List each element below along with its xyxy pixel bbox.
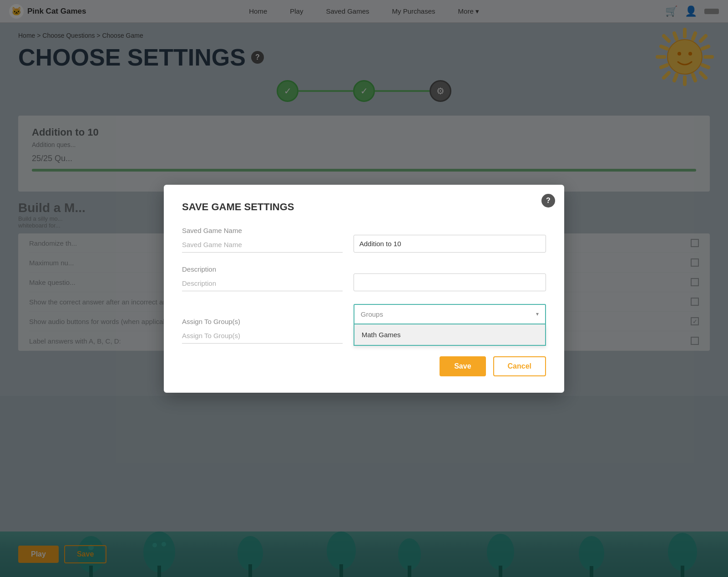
saved-game-name-input[interactable] — [182, 237, 343, 253]
assign-groups-input-left[interactable] — [182, 328, 343, 344]
modal-footer: Save Cancel — [182, 356, 546, 376]
form-col-name-label: Saved Game Name — [182, 227, 343, 253]
save-settings-modal: SAVE GAME SETTINGS ? Saved Game Name Des… — [164, 185, 564, 393]
saved-game-name-label: Saved Game Name — [182, 227, 343, 234]
description-label: Description — [182, 265, 343, 273]
groups-dropdown-trigger[interactable]: Groups ▾ — [354, 304, 546, 324]
form-col-desc-label: Description — [182, 265, 343, 291]
form-col-groups-dropdown: Groups ▾ Math Games Students ▾ — [354, 304, 546, 344]
saved-game-name-value-input[interactable] — [354, 235, 546, 253]
form-row-groups: Assign To Group(s) Groups ▾ Math Games S… — [182, 304, 546, 344]
form-row-name: Saved Game Name — [182, 227, 546, 253]
groups-option-math-games[interactable]: Math Games — [354, 324, 545, 345]
form-col-name-value — [354, 235, 546, 253]
form-row-description: Description — [182, 265, 546, 291]
description-value-input[interactable] — [354, 273, 546, 291]
modal-title: SAVE GAME SETTINGS — [182, 201, 546, 213]
assign-groups-label: Assign To Group(s) — [182, 318, 343, 325]
modal-cancel-button[interactable]: Cancel — [493, 356, 546, 376]
groups-chevron-down-icon: ▾ — [536, 311, 539, 317]
description-input-left[interactable] — [182, 276, 343, 291]
form-col-desc-value — [354, 273, 546, 291]
groups-dropdown-menu: Math Games — [354, 324, 546, 346]
form-col-groups-label: Assign To Group(s) — [182, 318, 343, 344]
modal-overlay: SAVE GAME SETTINGS ? Saved Game Name Des… — [0, 0, 728, 577]
groups-placeholder: Groups — [361, 310, 383, 318]
modal-save-button[interactable]: Save — [440, 356, 485, 376]
groups-dropdown[interactable]: Groups ▾ Math Games — [354, 304, 546, 324]
modal-help-icon[interactable]: ? — [541, 194, 555, 208]
